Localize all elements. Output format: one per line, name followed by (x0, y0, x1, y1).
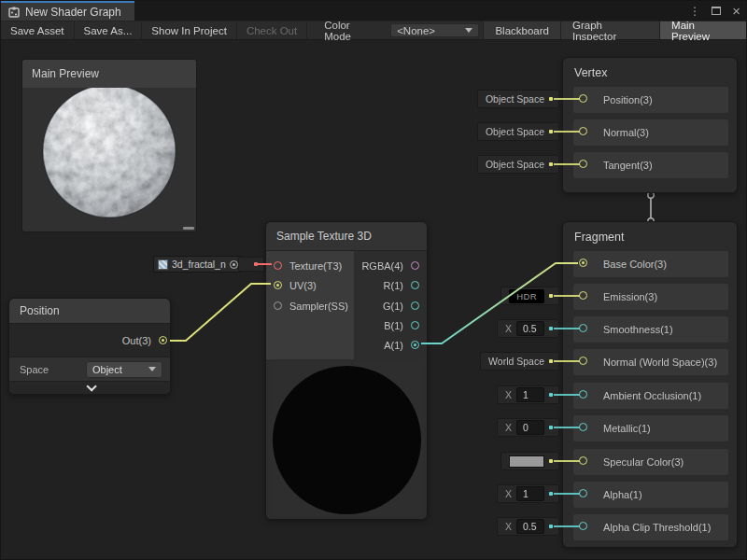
vertex-normal-row[interactable]: Normal(3) (573, 119, 728, 146)
object-picker-icon[interactable] (230, 260, 238, 269)
normal-ws-row[interactable]: Normal (World Space)(3) (573, 349, 728, 375)
main-preview-toggle[interactable]: Main Preview (659, 21, 746, 39)
metallic-value-chip[interactable]: X 0 (497, 418, 559, 437)
close-icon[interactable]: × (732, 4, 740, 18)
position-node-header[interactable]: Position (9, 299, 170, 323)
smoothness-port[interactable] (579, 324, 587, 332)
save-as-button[interactable]: Save As... (75, 21, 143, 39)
specular-color-row[interactable]: Specular Color(3) (573, 449, 728, 475)
main-preview-title: Main Preview (32, 67, 99, 80)
base-color-port[interactable] (579, 259, 587, 267)
texture-input-label: Texture(T3) (289, 260, 342, 272)
emission-hdr-chip[interactable]: HDR (500, 287, 559, 305)
axis-label: X (505, 323, 512, 334)
smoothness-row[interactable]: Smoothness(1) (573, 316, 728, 343)
smoothness-label: Smoothness(1) (603, 324, 673, 335)
vertex-position-space-chip[interactable]: Object Space (477, 90, 559, 108)
texture-asset-name: 3d_fractal_n (172, 259, 226, 270)
sample-texture-3d-node[interactable]: Sample Texture 3D Texture(T3) UV(3) Samp… (265, 221, 428, 520)
b-output-port[interactable] (411, 321, 419, 329)
edge-position-to-uv[interactable] (170, 284, 271, 341)
ambient-occlusion-value-chip[interactable]: X 1 (497, 385, 559, 404)
blackboard-toggle[interactable]: Blackboard (483, 21, 560, 39)
vertex-position-port[interactable] (579, 94, 587, 103)
panel-resize-grip[interactable] (183, 227, 194, 230)
vertex-tangent-port[interactable] (579, 160, 587, 168)
alpha-clip-value-chip[interactable]: X 0.5 (497, 517, 559, 536)
sampler-input-port[interactable] (274, 301, 282, 310)
normal-space-chip[interactable]: World Space (480, 352, 559, 371)
color-mode-dropdown[interactable]: <None> (390, 23, 479, 37)
hdr-color-field[interactable]: HDR (509, 289, 544, 303)
chip-text: Object Space (486, 93, 544, 105)
vertex-position-row[interactable]: Position(3) (573, 87, 728, 113)
check-out-button[interactable]: Check Out (237, 21, 307, 39)
emission-label: Emission(3) (603, 291, 657, 302)
specular-color-swatch[interactable] (509, 455, 544, 468)
emission-port[interactable] (579, 291, 587, 300)
r-output-port[interactable] (411, 281, 419, 289)
yellow-connector-dot (549, 459, 553, 463)
texture-asset-icon (158, 259, 168, 270)
alpha-clip-port[interactable] (579, 522, 587, 530)
alpha-value-field[interactable]: 1 (516, 486, 544, 501)
smoothness-value-field[interactable]: 0.5 (516, 321, 544, 336)
specular-color-chip[interactable] (500, 452, 559, 470)
alpha-clip-value-field[interactable]: 0.5 (516, 519, 544, 534)
ambient-occlusion-value-field[interactable]: 1 (516, 387, 544, 402)
vertex-node[interactable]: Vertex Position(3) Normal(3) Tangent(3) (562, 57, 738, 193)
space-dropdown[interactable]: Object (86, 361, 162, 378)
texture-input-port[interactable] (274, 261, 282, 270)
preview-sphere (22, 88, 196, 231)
out-port-label: Out(3) (122, 335, 151, 346)
uv-input-port[interactable] (274, 281, 282, 289)
alpha-port[interactable] (579, 489, 587, 497)
vertex-normal-space-chip[interactable]: Object Space (477, 122, 559, 141)
alpha-clip-row[interactable]: Alpha Clip Threshold(1) (573, 514, 728, 540)
shader-graph-window: New Shader Graph ⋮ × Save Asset Save As.… (0, 0, 747, 560)
emission-row[interactable]: Emission(3) (573, 284, 728, 310)
show-in-project-button[interactable]: Show In Project (142, 21, 237, 39)
rgba-output-port[interactable] (411, 261, 419, 270)
sample-texture-3d-header[interactable]: Sample Texture 3D (266, 222, 427, 251)
maximize-icon[interactable] (712, 7, 721, 15)
chip-text: Object Space (486, 126, 544, 137)
g-output-port[interactable] (411, 301, 419, 310)
alpha-clip-label: Alpha Clip Threshold(1) (603, 522, 711, 533)
vertex-tangent-row[interactable]: Tangent(3) (573, 152, 728, 178)
base-color-row[interactable]: Base Color(3) (573, 251, 728, 277)
sampler-input-row: Sampler(SS) (274, 296, 348, 315)
tab-new-shader-graph[interactable]: New Shader Graph (1, 1, 134, 21)
specular-color-port[interactable] (579, 456, 587, 465)
ambient-occlusion-row[interactable]: Ambient Occlusion(1) (573, 383, 728, 409)
fragment-node[interactable]: Fragment Base Color(3) Emission(3) Smoot… (562, 221, 738, 548)
teal-connector-dot (549, 393, 553, 397)
vertex-node-title: Vertex (563, 58, 737, 79)
vertex-normal-port[interactable] (579, 127, 587, 135)
graph-canvas[interactable]: Main Preview (1, 40, 747, 560)
metallic-row[interactable]: Metallic(1) (573, 415, 728, 441)
alpha-value-chip[interactable]: X 1 (497, 484, 559, 503)
tab-title: New Shader Graph (25, 6, 121, 19)
position-node[interactable]: Position Out(3) Space Object (8, 298, 171, 395)
base-color-label: Base Color(3) (603, 259, 667, 270)
smoothness-value-chip[interactable]: X 0.5 (497, 319, 559, 338)
ambient-occlusion-port[interactable] (579, 390, 587, 399)
main-preview-header[interactable]: Main Preview (22, 60, 196, 88)
alpha-row[interactable]: Alpha(1) (573, 482, 728, 508)
position-out-port[interactable] (159, 336, 167, 344)
position-collapse-button[interactable] (9, 381, 170, 394)
vertex-tangent-space-chip[interactable]: Object Space (477, 155, 559, 174)
save-asset-button[interactable]: Save Asset (1, 21, 75, 39)
graph-inspector-toggle[interactable]: Graph Inspector (560, 21, 659, 39)
color-mode-label: Color Mode (307, 21, 387, 39)
uv-input-label: UV(3) (289, 280, 317, 291)
texture-object-field[interactable]: 3d_fractal_n (153, 256, 243, 273)
window-menu-icon[interactable]: ⋮ (689, 6, 700, 17)
a-output-port[interactable] (411, 341, 419, 349)
metallic-port[interactable] (579, 423, 587, 431)
teal-connector-dot (549, 327, 553, 330)
metallic-value-field[interactable]: 0 (516, 420, 544, 435)
normal-ws-port[interactable] (579, 357, 587, 365)
position-node-title: Position (20, 304, 60, 317)
